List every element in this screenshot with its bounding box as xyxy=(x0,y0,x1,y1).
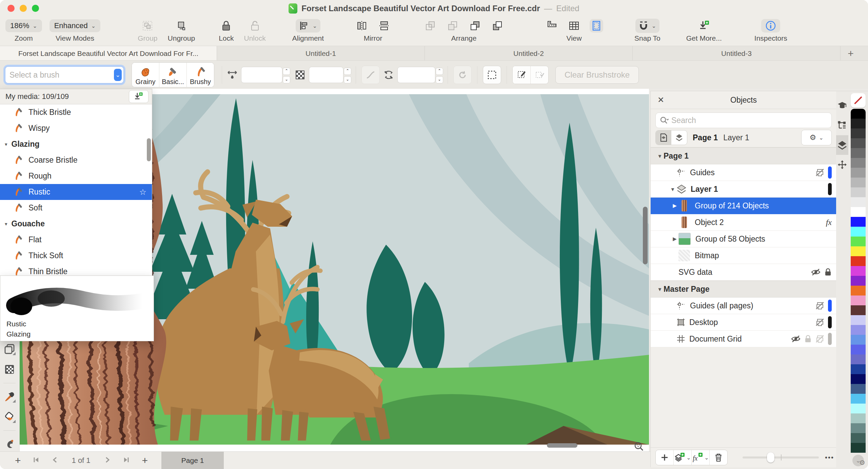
hidden-eye-icon[interactable] xyxy=(791,335,801,343)
color-swatch-e0341f[interactable] xyxy=(851,256,866,266)
zoom-level-dropdown[interactable]: 186%⌄ xyxy=(5,19,42,32)
view-mode-dropdown[interactable]: Enhanced⌄ xyxy=(50,19,101,32)
disclosure-down-icon[interactable]: ▼ xyxy=(656,153,664,159)
delete-object-button[interactable] xyxy=(710,450,727,465)
step-down-button[interactable]: ⌄ xyxy=(436,76,443,83)
ungroup-button[interactable] xyxy=(175,19,188,33)
eyedropper-tool-button[interactable] xyxy=(3,390,16,403)
alignment-dropdown[interactable]: ⌄ xyxy=(296,19,320,33)
add-page-button-left[interactable]: + xyxy=(15,455,21,466)
brush-item-soft[interactable]: Soft xyxy=(0,200,152,216)
new-object-button[interactable] xyxy=(656,450,674,465)
mirror-vertical-button[interactable] xyxy=(377,19,391,33)
color-swatch-b5fcfc[interactable] xyxy=(851,404,866,413)
tree-row-layer-1[interactable]: ▼Layer 1 xyxy=(651,181,836,198)
brush-section-gouache[interactable]: ▾Gouache xyxy=(0,216,152,232)
color-swatch-3f5c8c[interactable] xyxy=(851,384,866,394)
group-button[interactable] xyxy=(141,19,154,33)
color-swatch-66ffff[interactable] xyxy=(851,227,866,237)
page-border-view-button[interactable] xyxy=(590,19,603,33)
canvas-horizontal-scrollbar[interactable] xyxy=(547,443,577,448)
marquee-select-button[interactable] xyxy=(483,66,501,84)
color-swatch-383838[interactable] xyxy=(851,128,866,138)
add-page-button[interactable]: + xyxy=(142,455,148,466)
slider-thumb[interactable] xyxy=(767,452,774,463)
rotation-field[interactable]: ⌃⌄ xyxy=(397,67,435,83)
learn-inspector-button[interactable] xyxy=(836,96,848,116)
color-swatch-5c63ea[interactable] xyxy=(851,345,866,354)
edit-brushstroke-button[interactable] xyxy=(513,66,531,84)
color-swatch-6b6cc8[interactable] xyxy=(851,354,866,364)
palette-settings-gear-icon[interactable]: ⚙ xyxy=(859,458,865,467)
new-effect-button[interactable]: fx⌄ xyxy=(692,450,710,465)
step-up-button[interactable]: ⌃ xyxy=(436,68,443,75)
previous-page-button[interactable] xyxy=(52,456,58,465)
grid-button[interactable] xyxy=(567,19,581,33)
objects-inspector-button[interactable] xyxy=(836,135,848,155)
properties-inspector-button[interactable] xyxy=(836,116,848,135)
color-swatch-6c8c8a[interactable] xyxy=(851,423,866,433)
layer-view-toggle[interactable] xyxy=(671,130,687,145)
no-print-icon[interactable] xyxy=(815,334,825,343)
objects-search-field[interactable] xyxy=(655,113,832,128)
brush-select-combo[interactable]: ⌄ xyxy=(5,66,124,84)
page-view-toggle[interactable] xyxy=(656,130,671,145)
position-inspector-button[interactable] xyxy=(836,155,848,175)
new-layer-button[interactable]: ⌄ xyxy=(674,450,692,465)
unlock-button[interactable] xyxy=(248,19,262,33)
color-swatch-ffffff[interactable] xyxy=(851,207,866,217)
color-swatch-1f1f1f[interactable] xyxy=(851,119,866,128)
brush-item-rustic[interactable]: Rustic☆ xyxy=(0,184,152,200)
reset-rotation-button[interactable] xyxy=(453,66,472,84)
brush-item-thick-soft[interactable]: Thick Soft xyxy=(0,248,152,264)
color-swatch-54c2f0[interactable] xyxy=(851,394,866,404)
document-tab-untitled-1[interactable]: Untitled-1 xyxy=(217,46,425,61)
brush-item-wispy[interactable]: Wispy xyxy=(0,120,152,136)
color-swatch-d841dc[interactable] xyxy=(851,266,866,276)
tree-row-group-of-58-objects[interactable]: ▶Group of 58 Objects xyxy=(651,231,836,247)
document-tab-forset-landscape-beautiful-vector-art-download-for-fr[interactable]: Forset Landscape Beautiful Vector Art Do… xyxy=(0,46,217,61)
layer-options-button[interactable]: ⚙⌄ xyxy=(801,130,832,145)
zoom-magnifier-icon[interactable] xyxy=(634,441,644,451)
color-swatch-1d3f9e[interactable] xyxy=(851,364,866,374)
brush-item-flat[interactable]: Flat xyxy=(0,232,152,248)
color-swatch-858585[interactable] xyxy=(851,158,866,168)
snap-to-dropdown[interactable]: ⌄ xyxy=(635,19,659,33)
transparency-tool-button[interactable] xyxy=(3,363,16,376)
color-swatch-1a1aff[interactable] xyxy=(851,217,866,227)
preset-basic-button[interactable]: Basic... xyxy=(159,63,187,87)
color-swatch-525252[interactable] xyxy=(851,138,866,148)
minimize-window-button[interactable] xyxy=(20,5,27,12)
import-brushes-button[interactable] xyxy=(129,90,149,103)
brush-select-input[interactable] xyxy=(5,70,114,80)
no-print-icon[interactable] xyxy=(815,301,825,310)
color-swatch-1c3d33[interactable] xyxy=(851,443,866,453)
step-down-button[interactable]: ⌄ xyxy=(344,76,351,83)
color-swatch-ef9cc6[interactable] xyxy=(851,295,866,305)
color-swatch-ed6f24[interactable] xyxy=(851,286,866,295)
color-swatch-d1d1d1[interactable] xyxy=(851,187,866,197)
lock-icon[interactable] xyxy=(824,268,832,277)
document-tab-untitled-2[interactable]: Untitled-2 xyxy=(425,46,633,61)
close-window-button[interactable] xyxy=(7,5,15,12)
forward-one-button[interactable] xyxy=(446,19,459,33)
mirror-horizontal-button[interactable] xyxy=(355,19,369,33)
preset-brushy-button[interactable]: Brushy xyxy=(187,63,214,87)
color-swatch-ccccf5[interactable] xyxy=(851,315,866,325)
fx-effect-icon[interactable]: fx xyxy=(826,218,832,227)
more-options-button[interactable]: ••• xyxy=(825,454,834,462)
tree-header-page-1[interactable]: ▼Page 1 xyxy=(651,147,836,164)
disclosure-down-icon[interactable]: ▼ xyxy=(656,286,664,292)
transparency-field[interactable]: ⌃⌄ xyxy=(309,67,343,83)
smooth-curve-button[interactable] xyxy=(361,66,380,84)
disclosure-down-icon[interactable]: ▼ xyxy=(669,186,676,192)
no-print-icon[interactable] xyxy=(815,318,825,327)
apply-brushstroke-button[interactable] xyxy=(531,66,548,84)
tree-row-object-2[interactable]: Object 2fx xyxy=(651,214,836,231)
inspectors-button[interactable] xyxy=(761,19,780,33)
color-swatch-b8b8b8[interactable] xyxy=(851,178,866,187)
brush-section-glazing[interactable]: ▾Glazing xyxy=(0,136,152,152)
color-swatch-8a25cc[interactable] xyxy=(851,276,866,286)
search-input[interactable] xyxy=(671,116,827,125)
to-front-button[interactable] xyxy=(423,19,437,33)
